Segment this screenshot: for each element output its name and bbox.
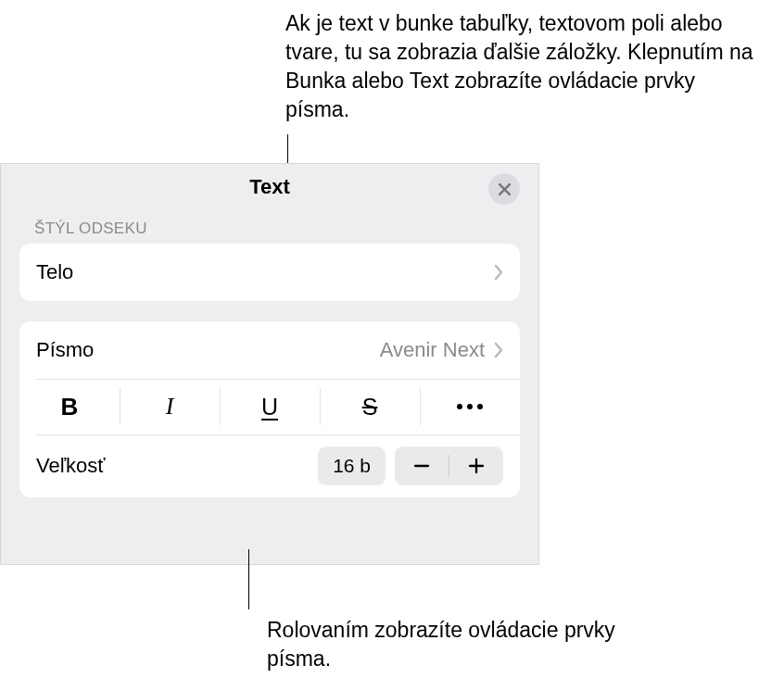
- section-label-paragraph-style: ŠTÝL ODSEKU: [1, 210, 538, 244]
- panel-title: Text: [249, 175, 290, 199]
- text-style-segments: B I U S: [19, 379, 520, 434]
- strikethrough-icon: S: [362, 394, 378, 421]
- font-card: Písmo Avenir Next B I U S: [19, 321, 520, 497]
- chevron-right-icon: [494, 342, 503, 358]
- underline-icon: U: [261, 394, 278, 421]
- minus-icon: [412, 457, 431, 475]
- underline-button[interactable]: U: [220, 379, 320, 434]
- paragraph-style-card: Telo: [19, 244, 520, 301]
- font-value: Avenir Next: [380, 338, 485, 362]
- plus-icon: [467, 457, 486, 475]
- size-decrease-button[interactable]: [395, 446, 449, 485]
- panel-header: Text: [1, 164, 538, 210]
- size-row: Veľkosť 16 b: [19, 434, 520, 497]
- text-format-panel: Text ŠTÝL ODSEKU Telo Písmo Avenir Next: [0, 163, 539, 565]
- chevron-right-icon: [494, 264, 503, 281]
- font-label: Písmo: [36, 338, 94, 362]
- paragraph-style-value: Telo: [36, 260, 73, 284]
- size-stepper: [395, 446, 503, 485]
- close-icon: [498, 182, 512, 196]
- strikethrough-button[interactable]: S: [320, 379, 420, 434]
- italic-icon: I: [166, 393, 174, 421]
- size-label: Veľkosť: [36, 454, 106, 478]
- more-styles-button[interactable]: [420, 379, 520, 434]
- callout-bottom: Rolovaním zobrazíte ovládacie prvky písm…: [267, 616, 656, 673]
- callout-top: Ak je text v bunke tabuľky, textovom pol…: [285, 9, 763, 124]
- italic-button[interactable]: I: [120, 379, 220, 434]
- size-increase-button[interactable]: [449, 446, 503, 485]
- size-value-button[interactable]: 16 b: [318, 446, 386, 485]
- bold-icon: B: [61, 393, 79, 421]
- leader-line-bottom: [248, 549, 249, 609]
- bold-button[interactable]: B: [19, 379, 120, 434]
- more-icon: [457, 404, 483, 409]
- font-row[interactable]: Písmo Avenir Next: [19, 321, 520, 379]
- close-button[interactable]: [488, 173, 520, 205]
- paragraph-style-row[interactable]: Telo: [19, 244, 520, 301]
